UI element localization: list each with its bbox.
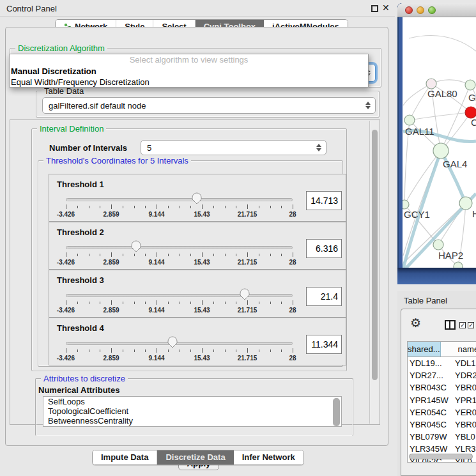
table-row[interactable]: YPR145WYPR1 <box>408 394 476 406</box>
cell-name: YPR1 <box>452 394 476 406</box>
table-panel-toolbar: ⚙ ✓ ✓ <box>401 309 476 340</box>
tick-label: 21.715 <box>238 211 257 218</box>
table-row[interactable]: YDR27...YDR2 <box>408 369 476 381</box>
algorithm-group-title: Discretization Algorithm <box>15 43 107 53</box>
column-header-name[interactable]: name <box>441 342 476 357</box>
slider-ticks <box>66 300 293 305</box>
slider-track[interactable] <box>66 342 293 345</box>
interval-definition-group: Interval Definition Number of Intervals … <box>31 128 347 371</box>
slider-track[interactable] <box>66 246 293 249</box>
settings-scrollbar-thumb[interactable] <box>372 130 378 380</box>
numerical-attributes-label: Numerical Attributes <box>38 385 119 395</box>
table-row[interactable]: YBR045CYBR0 <box>408 418 476 431</box>
checkbox-icon[interactable]: ✓ <box>468 322 474 328</box>
threshold-value-field[interactable]: 11.344 <box>306 335 342 354</box>
slider-thumb[interactable] <box>239 288 250 300</box>
slider-track[interactable] <box>66 294 293 297</box>
threshold-value-field[interactable]: 6.316 <box>306 239 342 258</box>
close-icon[interactable]: ✕ <box>382 3 390 13</box>
popup-placeholder-item[interactable]: Select algorithm to view settings <box>10 54 368 66</box>
table-row[interactable]: YBR043CYBR0 <box>408 381 476 394</box>
slider-thumb[interactable] <box>167 336 178 348</box>
tick-label: 9.144 <box>148 211 164 218</box>
table-horizontal-scrollbar[interactable] <box>409 454 473 459</box>
cell-shared-name: YDL19... <box>408 357 452 369</box>
network-node[interactable] <box>454 262 463 268</box>
settings-viewport: Interval Definition Number of Intervals … <box>10 119 380 425</box>
table-row[interactable]: YBL079WYBL0 <box>408 431 476 443</box>
attribute-list-item[interactable]: TopologicalCoefficient <box>43 406 341 416</box>
threshold-value-field[interactable]: 14.713 <box>306 191 342 210</box>
network-node[interactable] <box>433 143 449 158</box>
threshold-label: Threshold 4 <box>57 323 104 333</box>
network-node[interactable] <box>459 197 472 210</box>
network-edge[interactable] <box>409 36 476 52</box>
cell-name: YDL1 <box>452 357 476 369</box>
column-selector-icon[interactable] <box>445 320 456 330</box>
tick-label: -3.426 <box>57 307 75 314</box>
tick-label: 28 <box>289 259 296 266</box>
mac-minimize-icon[interactable] <box>417 6 424 14</box>
threshold-label: Threshold 3 <box>57 275 104 285</box>
checkbox-icon[interactable]: ✓ <box>459 322 466 328</box>
attributes-group-title: Attributes to discretize <box>41 374 128 383</box>
screen: Control Panel ✕ NetworkStyleSelectCyni T… <box>0 0 476 476</box>
table-row[interactable]: YDL19...YDL1 <box>408 357 476 369</box>
tick-label: 9.144 <box>148 307 164 314</box>
node-label: GA <box>468 92 476 103</box>
tab-infer-network[interactable]: Infer Network <box>234 450 303 464</box>
network-node[interactable] <box>404 115 415 125</box>
threshold-slider[interactable]: -3.4262.8599.14415.4321.71528 <box>66 244 293 266</box>
node-label: GAL11 <box>405 126 434 137</box>
popup-options: Manual DiscretizationEqual Width/Frequen… <box>10 66 368 88</box>
table-rows: YDL19...YDL1YDR27...YDR2YBR043CYBR0YPR14… <box>408 357 476 463</box>
number-of-intervals-combobox[interactable]: 5 <box>141 140 326 155</box>
attribute-list-item[interactable]: BetweennessCentrality <box>43 416 341 426</box>
number-of-intervals-value: 5 <box>147 143 151 153</box>
network-node[interactable] <box>433 240 443 250</box>
slider-track[interactable] <box>66 198 293 201</box>
attributes-scrollbar[interactable] <box>333 398 340 426</box>
table-data-combobox[interactable]: galFiltered.sif default node <box>42 97 376 114</box>
network-node[interactable] <box>403 200 409 209</box>
settings-scrollbar[interactable] <box>369 121 379 424</box>
mac-zoom-icon[interactable] <box>428 6 436 14</box>
mac-close-icon[interactable] <box>405 6 413 14</box>
tick-label: 15.43 <box>194 211 210 218</box>
cell-name: YBR0 <box>452 418 476 431</box>
algorithm-dropdown-popup: Select algorithm to view settings Manual… <box>9 54 369 88</box>
slider-thumb[interactable] <box>191 192 203 204</box>
attribute-list-item[interactable]: SelfLoops <box>43 397 341 406</box>
threshold-label: Threshold 2 <box>57 227 104 237</box>
float-window-icon[interactable] <box>371 5 378 12</box>
tick-label: 15.43 <box>194 259 210 266</box>
network-edge[interactable] <box>410 112 471 120</box>
network-edge[interactable] <box>431 80 470 85</box>
column-header-shared-name[interactable]: shared... <box>408 342 441 357</box>
slider-thumb[interactable] <box>130 240 142 252</box>
network-edge[interactable] <box>404 151 441 204</box>
gear-icon[interactable]: ⚙ <box>410 317 421 329</box>
table-row[interactable]: YER054CYER0 <box>408 406 476 418</box>
threshold-slider[interactable]: -3.4262.8599.14415.4321.71528 <box>66 340 293 362</box>
cyni-toolbox-panel: Discretization Algorithm Table Data galF… <box>5 27 388 446</box>
network-node[interactable] <box>426 79 436 89</box>
cell-name: YDR2 <box>452 369 476 381</box>
tick-label: 2.859 <box>103 307 119 314</box>
tab-impute-data[interactable]: Impute Data <box>93 450 157 464</box>
threshold-slider[interactable]: -3.4262.8599.14415.4321.71528 <box>66 196 293 218</box>
network-canvas[interactable]: GAL80GACGAL11GAL4GCY1HHAP2 <box>403 17 476 268</box>
node-label: GAL4 <box>443 158 467 169</box>
numerical-attributes-list[interactable]: SelfLoopsTopologicalCoefficientBetweenne… <box>43 396 342 427</box>
cell-shared-name: YPR145W <box>408 394 452 406</box>
network-node[interactable] <box>465 80 475 90</box>
interval-definition-title: Interval Definition <box>37 124 106 134</box>
popup-option[interactable]: Equal Width/Frequency Discretization <box>10 77 368 88</box>
threshold-value-field[interactable]: 21.4 <box>306 287 342 306</box>
threshold-slider[interactable]: -3.4262.8599.14415.4321.71528 <box>66 292 293 314</box>
popup-option[interactable]: Manual Discretization <box>10 66 368 77</box>
cell-shared-name: YBR043C <box>408 381 452 394</box>
tick-label: 2.859 <box>103 259 119 266</box>
tick-label: -3.426 <box>57 211 75 218</box>
tab-discretize-data[interactable]: Discretize Data <box>157 450 233 464</box>
